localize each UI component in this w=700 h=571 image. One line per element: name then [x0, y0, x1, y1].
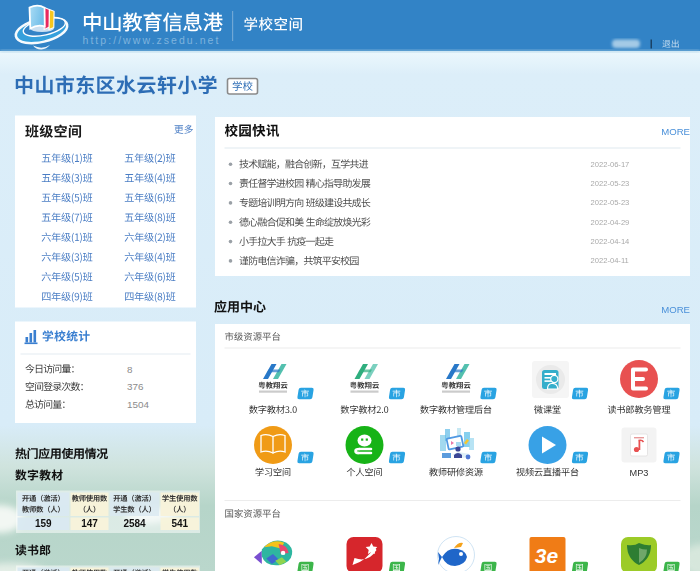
- svg-text:1504: 1504: [127, 399, 149, 410]
- svg-text:MP3: MP3: [630, 468, 649, 478]
- svg-text:8: 8: [127, 364, 133, 375]
- svg-text:2022-04-29: 2022-04-29: [591, 218, 630, 227]
- svg-text:2022-04-11: 2022-04-11: [591, 256, 629, 265]
- svg-text:147: 147: [81, 518, 98, 529]
- svg-text:http://www.zsedu.net: http://www.zsedu.net: [83, 34, 221, 46]
- svg-text:3e: 3e: [535, 544, 559, 567]
- svg-text:159: 159: [35, 518, 52, 529]
- svg-text:MORE: MORE: [661, 304, 690, 315]
- svg-text:541: 541: [171, 518, 188, 529]
- svg-text:MORE: MORE: [661, 126, 690, 137]
- svg-text:2022-06-17: 2022-06-17: [591, 160, 630, 169]
- svg-text:2022-05-23: 2022-05-23: [591, 179, 630, 188]
- svg-text:2022-05-23: 2022-05-23: [591, 198, 630, 207]
- svg-text:2022-04-14: 2022-04-14: [591, 237, 630, 246]
- svg-text:2584: 2584: [123, 518, 146, 529]
- svg-text:376: 376: [127, 381, 144, 392]
